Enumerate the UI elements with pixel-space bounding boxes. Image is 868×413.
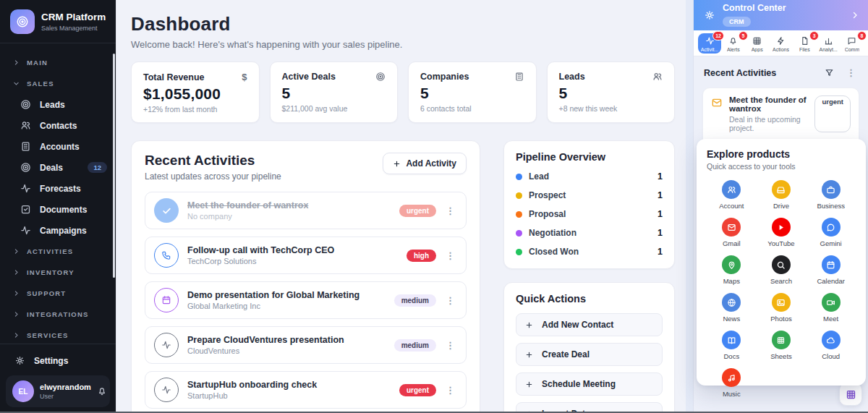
users-icon	[722, 180, 741, 199]
sidebar-section-inventory[interactable]: INVENTORY	[0, 262, 116, 283]
priority-badge: urgent	[399, 205, 436, 217]
sidebar-section-support[interactable]: SUPPORT	[0, 283, 116, 304]
kebab-menu-icon[interactable]: ⋮	[443, 250, 457, 262]
users-icon	[20, 120, 31, 131]
message-icon	[847, 36, 856, 46]
sidebar-item-documents[interactable]: Documents	[0, 199, 116, 220]
plus-icon	[525, 321, 533, 329]
sidebar-section-activities[interactable]: ACTIVITIES	[0, 241, 116, 262]
activity-row[interactable]: Follow-up call with TechCorp CEO TechCor…	[145, 237, 467, 274]
product-maps[interactable]: Maps	[707, 253, 757, 287]
sidebar-nav: MAIN SALES Leads Contacts Accounts Deals…	[0, 43, 116, 344]
stat-card-total-revenue: Total Revenue $ $1,055,000 +12% from las…	[131, 61, 260, 123]
product-search[interactable]: Search	[757, 253, 807, 287]
users-icon	[652, 72, 663, 82]
tab-analytics[interactable]: Analyt...	[817, 33, 840, 54]
stat-card-leads: Leads 5 +8 new this week	[547, 61, 676, 123]
scrollbar-track[interactable]	[686, 0, 693, 413]
kebab-menu-icon[interactable]: ⋮	[443, 384, 457, 396]
activity-icon	[20, 183, 31, 194]
check-icon[interactable]	[154, 198, 179, 223]
briefcase-icon	[822, 180, 841, 199]
pipeline-stage-prospect: Prospect 1	[516, 190, 663, 200]
user-card[interactable]: EL elwynrandom User	[6, 375, 110, 407]
bell-icon	[728, 36, 738, 46]
activity-row[interactable]: Prepare CloudVentures presentation Cloud…	[145, 326, 467, 364]
sidebar-section-sales[interactable]: SALES	[0, 73, 116, 94]
chevron-right-icon	[13, 311, 20, 318]
tab-apps[interactable]: Apps	[746, 33, 769, 54]
app-logo-row: CRM Platform Sales Management	[0, 0, 116, 43]
product-gemini[interactable]: Gemini	[806, 216, 856, 250]
product-business[interactable]: Business	[806, 178, 856, 212]
add-new-contact-button[interactable]: Add New Contact	[516, 313, 663, 336]
sidebar-item-campaigns[interactable]: Campaigns	[0, 220, 116, 241]
sidebar-item-contacts[interactable]: Contacts	[0, 115, 116, 136]
tab-actions[interactable]: Actions	[769, 33, 792, 54]
activity-row[interactable]: StartupHub onboarding check StartupHub u…	[145, 371, 467, 409]
stat-card-active-deals: Active Deals 5 $211,000 avg value	[270, 61, 399, 123]
grid-icon	[752, 36, 762, 46]
tab-files[interactable]: Files 3	[793, 33, 816, 54]
phone-icon	[154, 243, 179, 268]
play-icon	[772, 218, 791, 237]
bell-icon[interactable]	[97, 386, 107, 396]
create-deal-button[interactable]: Create Deal	[516, 343, 663, 366]
stat-sub: +8 new this week	[559, 104, 663, 113]
activity-row[interactable]: Meet the founder of wantrox No company u…	[145, 192, 467, 229]
explore-products-popup: Explore products Quick access to your to…	[697, 139, 866, 386]
user-name: elwynrandom	[40, 383, 91, 392]
stat-sub: +12% from last month	[143, 105, 247, 114]
kebab-menu-icon[interactable]: ⋮	[844, 67, 858, 79]
sidebar-section-integrations[interactable]: INTEGRATIONS	[0, 304, 116, 325]
kebab-menu-icon[interactable]: ⋮	[443, 205, 457, 217]
product-news[interactable]: News	[707, 291, 757, 325]
control-center-tabbar: Activit... 12 Alerts 5 Apps Actions File…	[694, 30, 868, 56]
target-icon	[20, 99, 31, 110]
product-gmail[interactable]: Gmail	[707, 216, 757, 250]
sidebar-item-settings[interactable]: Settings	[0, 349, 116, 372]
chevron-right-icon[interactable]	[851, 11, 859, 20]
calendar-icon	[822, 255, 841, 274]
product-music[interactable]: Music	[707, 366, 757, 400]
message-circle-icon	[822, 218, 841, 237]
sidebar-scrollbar[interactable]	[113, 54, 115, 278]
product-docs[interactable]: Docs	[707, 328, 757, 362]
kebab-menu-icon[interactable]: ⋮	[443, 339, 457, 352]
product-drive[interactable]: Drive	[757, 178, 807, 212]
sidebar-section-services[interactable]: SERVICES	[0, 325, 116, 344]
bar-chart-icon	[824, 36, 833, 46]
gear-icon[interactable]	[704, 9, 715, 21]
stage-dot	[516, 230, 522, 237]
product-cloud[interactable]: Cloud	[806, 328, 856, 362]
sidebar-item-accounts[interactable]: Accounts	[0, 136, 116, 157]
building-icon	[20, 141, 31, 152]
kebab-menu-icon[interactable]: ⋮	[443, 294, 457, 307]
sidebar-item-leads[interactable]: Leads	[0, 94, 116, 115]
recent-activities-subtitle: Latest updates across your pipeline	[145, 171, 281, 182]
product-account[interactable]: Account	[707, 178, 757, 212]
tab-alerts[interactable]: Alerts 5	[722, 33, 745, 54]
dollar-icon: $	[242, 72, 247, 82]
calendar-icon	[154, 288, 179, 312]
globe-icon	[722, 293, 741, 312]
priority-badge: high	[407, 250, 436, 262]
tab-comm[interactable]: Comm 8	[841, 33, 864, 54]
sidebar-item-forecasts[interactable]: Forecasts	[0, 178, 116, 199]
filter-icon[interactable]	[825, 68, 834, 77]
schedule-meeting-button[interactable]: Schedule Meeting	[516, 372, 663, 396]
check-square-icon	[20, 204, 31, 215]
sidebar-item-deals[interactable]: Deals 12	[0, 157, 116, 178]
activity-row[interactable]: Demo presentation for Global Marketing G…	[145, 281, 467, 319]
product-meet[interactable]: Meet	[806, 291, 856, 325]
product-photos[interactable]: Photos	[757, 291, 807, 325]
product-sheets[interactable]: Sheets	[757, 328, 807, 362]
product-youtube[interactable]: YouTube	[757, 216, 807, 250]
product-calendar[interactable]: Calendar	[806, 253, 856, 287]
hard-drive-icon	[772, 180, 791, 199]
chevron-right-icon	[13, 332, 20, 339]
tab-activities[interactable]: Activit... 12	[698, 33, 721, 54]
sidebar-section-main[interactable]: MAIN	[0, 52, 116, 73]
add-activity-button[interactable]: Add Activity	[383, 153, 467, 174]
avatar: EL	[12, 380, 34, 402]
